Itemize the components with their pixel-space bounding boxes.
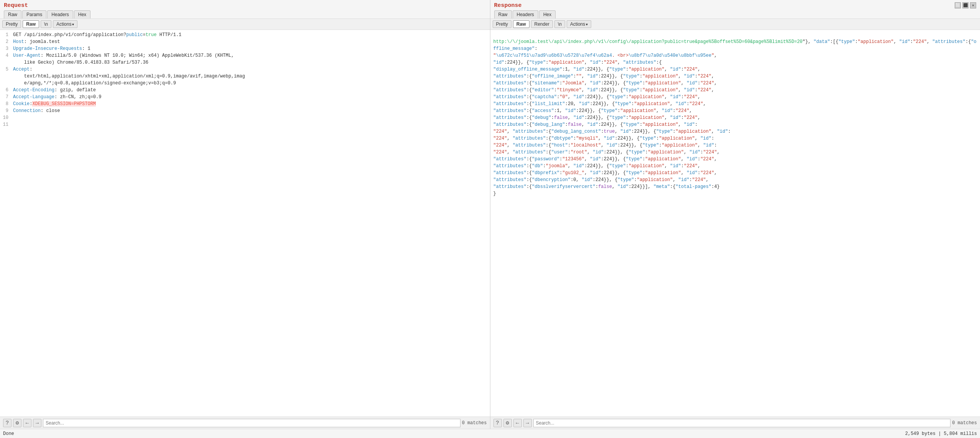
request-line-10: 10 bbox=[0, 114, 490, 121]
settings-btn-request[interactable]: ⚙ bbox=[13, 419, 21, 427]
n-btn-response[interactable]: \n bbox=[554, 20, 565, 28]
main-container: Request Raw Params Headers Hex Pretty Ra… bbox=[0, 0, 980, 429]
tab-raw-request[interactable]: Raw bbox=[4, 10, 21, 18]
next-match-request[interactable]: → bbox=[33, 419, 41, 427]
close-button[interactable]: ✕ bbox=[970, 2, 976, 8]
tab-hex-response[interactable]: Hex bbox=[539, 10, 556, 18]
response-tabs: Raw Headers Hex bbox=[494, 10, 977, 18]
response-content[interactable]: http:\/\/joomla.test\/api\/index.php\/v1… bbox=[490, 30, 980, 417]
request-title: Request bbox=[4, 2, 486, 9]
actions-btn-response[interactable]: Actions ▾ bbox=[567, 20, 591, 28]
tab-raw-response[interactable]: Raw bbox=[494, 10, 512, 18]
tab-headers-response[interactable]: Headers bbox=[513, 10, 538, 18]
status-left: Done bbox=[3, 431, 14, 436]
request-header: Request Raw Params Headers Hex bbox=[0, 0, 490, 19]
next-match-response[interactable]: → bbox=[523, 419, 532, 427]
actions-btn-request[interactable]: Actions ▾ bbox=[53, 20, 77, 28]
response-toolbar: Pretty Raw Render \n Actions ▾ bbox=[490, 19, 980, 30]
search-input-request[interactable] bbox=[43, 419, 460, 427]
maximize-button[interactable]: ⬜ bbox=[955, 2, 961, 8]
request-line-11: 11 bbox=[0, 121, 490, 128]
request-content[interactable]: 1 GET /api/index.php/v1/config/applicati… bbox=[0, 30, 490, 417]
request-line-8: 8 Cookie:XDEBUG_SESSION=PHPSTORM bbox=[0, 100, 490, 107]
raw-btn-request[interactable]: Raw bbox=[23, 20, 39, 28]
request-line-5: 5 Accept: text/html,application/xhtml+xm… bbox=[0, 66, 490, 87]
matches-count-response: 0 matches bbox=[952, 420, 977, 426]
render-btn-response[interactable]: Render bbox=[531, 20, 553, 28]
n-btn-request[interactable]: \n bbox=[41, 20, 51, 28]
status-right: 2,549 bytes | 5,804 millis bbox=[905, 431, 977, 436]
matches-count-request: 0 matches bbox=[462, 420, 487, 426]
pretty-btn-request[interactable]: Pretty bbox=[2, 20, 21, 28]
response-header: Response Raw Headers Hex bbox=[490, 0, 980, 19]
response-bottom-bar: ? ⚙ ← → 0 matches bbox=[490, 417, 980, 429]
search-input-response[interactable] bbox=[533, 419, 951, 427]
request-line-6: 6 Accept-Encoding: gzip, deflate bbox=[0, 87, 490, 94]
chevron-down-icon: ▾ bbox=[72, 22, 74, 26]
prev-match-request[interactable]: ← bbox=[23, 419, 31, 427]
tab-hex-request[interactable]: Hex bbox=[74, 10, 90, 18]
pretty-btn-response[interactable]: Pretty bbox=[493, 20, 511, 28]
request-line-7: 7 Accept-Language: zh-CN, zh;q=0.9 bbox=[0, 94, 490, 100]
status-bar: Done 2,549 bytes | 5,804 millis bbox=[0, 429, 980, 438]
request-panel: Request Raw Params Headers Hex Pretty Ra… bbox=[0, 0, 490, 429]
tab-headers-request[interactable]: Headers bbox=[47, 10, 73, 18]
raw-btn-response[interactable]: Raw bbox=[513, 20, 529, 28]
response-panel: Response Raw Headers Hex Pretty Raw Rend… bbox=[490, 0, 980, 429]
request-bottom-bar: ? ⚙ ← → 0 matches bbox=[0, 417, 490, 429]
help-btn-request[interactable]: ? bbox=[3, 419, 12, 427]
response-title: Response bbox=[494, 2, 977, 9]
chevron-down-icon-response: ▾ bbox=[586, 22, 588, 26]
request-line-2: 2 Host: joomla.test bbox=[0, 38, 490, 45]
request-toolbar: Pretty Raw \n Actions ▾ bbox=[0, 19, 490, 30]
restore-button[interactable]: ⬛ bbox=[962, 2, 968, 8]
request-line-4: 4 User-Agent: Mozilla/5.0 (Windows NT 10… bbox=[0, 52, 490, 66]
prev-match-response[interactable]: ← bbox=[513, 419, 522, 427]
help-btn-response[interactable]: ? bbox=[493, 419, 502, 427]
request-line-9: 9 Connection: close bbox=[0, 107, 490, 114]
request-line-1: 1 GET /api/index.php/v1/config/applicati… bbox=[0, 31, 490, 38]
request-line-3: 3 Upgrade-Insecure-Requests: 1 bbox=[0, 45, 490, 52]
request-tabs: Raw Params Headers Hex bbox=[4, 10, 486, 18]
settings-btn-response[interactable]: ⚙ bbox=[503, 419, 512, 427]
tab-params-request[interactable]: Params bbox=[22, 10, 46, 18]
